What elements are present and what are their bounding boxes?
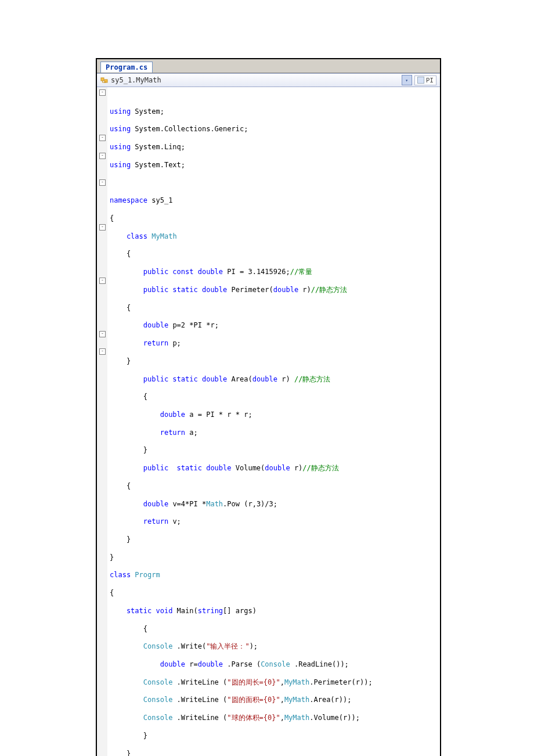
code-editor: - - - - - - - - using System; using Syst…	[97, 87, 440, 756]
code-line: Console .WriteLine ("球的体积={0}",MyMath.Vo…	[110, 714, 438, 722]
fold-toggle[interactable]: -	[99, 153, 106, 159]
code-line: class MyMath	[110, 232, 438, 241]
code-line: namespace sy5_1	[110, 196, 438, 205]
code-line: using System;	[110, 107, 438, 116]
code-line: Console .WriteLine ("圆的周长={0}",MyMath.Pe…	[110, 678, 438, 687]
field-icon	[417, 77, 424, 84]
code-line: public static double Volume(double r)//静…	[110, 464, 438, 473]
document-frame: Program.cs sy5_1.MyMath ▾ PI - - -	[96, 58, 441, 756]
code-line: double r=double .Parse (Console .ReadLin…	[110, 660, 438, 669]
code-line: {	[110, 482, 438, 491]
member-label: PI	[426, 77, 434, 84]
code-line: using System.Collections.Generic;	[110, 125, 438, 134]
code-line: Console .WriteLine ("圆的面积={0}",MyMath.Ar…	[110, 696, 438, 704]
chevron-down-icon[interactable]: ▾	[402, 75, 412, 85]
fold-toggle[interactable]: -	[99, 331, 106, 337]
code-line: return v;	[110, 517, 438, 526]
code-line: {	[110, 304, 438, 312]
code-line: }	[110, 357, 438, 366]
code-line: public static double Area(double r) //静态…	[110, 375, 438, 384]
code-line: }	[110, 446, 438, 455]
code-line: public const double PI = 3.1415926;//常量	[110, 268, 438, 276]
editor-tab-strip: Program.cs	[97, 59, 440, 73]
code-line: }	[110, 535, 438, 544]
code-line: using System.Linq;	[110, 143, 438, 152]
code-line: {	[110, 625, 438, 633]
fold-toggle[interactable]: -	[99, 89, 106, 96]
code-line: class Progrm	[110, 571, 438, 579]
fold-toggle[interactable]: -	[99, 224, 106, 231]
code-line	[110, 179, 438, 188]
code-line: {	[110, 250, 438, 258]
code-line: {	[110, 214, 438, 223]
fold-gutter: - - - - - - - -	[97, 87, 107, 756]
code-line: return a;	[110, 429, 438, 437]
fold-toggle[interactable]: -	[99, 135, 106, 141]
code-line: }	[110, 750, 438, 756]
file-tab[interactable]: Program.cs	[100, 62, 153, 73]
fold-toggle[interactable]: -	[99, 348, 106, 355]
navigation-bar: sy5_1.MyMath ▾ PI	[97, 73, 440, 87]
code-line: using System.Text;	[110, 161, 438, 170]
code-line: public static double Perimeter(double r)…	[110, 286, 438, 294]
svg-rect-0	[101, 78, 104, 81]
code-line: }	[110, 732, 438, 740]
code-line: Console .Write("输入半径：");	[110, 642, 438, 651]
code-line: static void Main(string[] args)	[110, 607, 438, 615]
code-line: return p;	[110, 339, 438, 348]
code-line: double a = PI * r * r;	[110, 411, 438, 419]
code-line: {	[110, 589, 438, 597]
class-icon	[100, 76, 109, 84]
fold-toggle[interactable]: -	[99, 278, 106, 284]
code-line: }	[110, 553, 438, 562]
class-dropdown[interactable]: sy5_1.MyMath	[111, 76, 399, 84]
fold-toggle[interactable]: -	[99, 179, 106, 186]
code-line: double p=2 *PI *r;	[110, 321, 438, 330]
code-line: double v=4*PI *Math.Pow (r,3)/3;	[110, 500, 438, 509]
code-line: {	[110, 393, 438, 401]
member-dropdown[interactable]: PI	[414, 75, 436, 85]
